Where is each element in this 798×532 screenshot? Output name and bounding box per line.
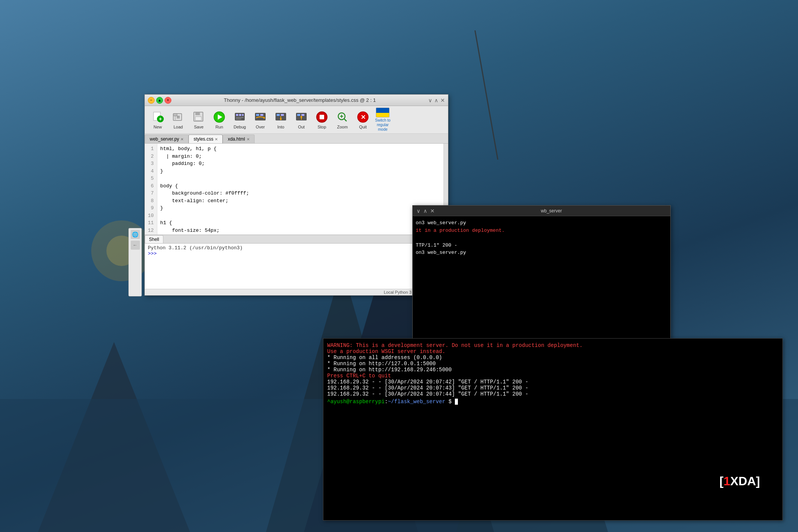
flask-sep: : <box>385 399 388 405</box>
tab-close-xda-html[interactable]: ✕ <box>247 137 250 141</box>
python-version: Python 3.11.2 (/usr/bin/python3) <box>148 245 445 251</box>
xda-logo-brand: 1 <box>724 474 730 488</box>
into-label: Into <box>277 125 284 129</box>
nav-back-icon[interactable]: ← <box>131 241 140 250</box>
flask-dollar: $ <box>445 399 455 405</box>
svg-text:+: + <box>159 116 162 122</box>
tab-styles-css[interactable]: styles.css ✕ <box>188 135 223 143</box>
zoom-label: Zoom <box>337 125 348 129</box>
svg-rect-40 <box>320 115 324 119</box>
maximize-btn[interactable]: ▲ <box>156 97 163 104</box>
quit-button[interactable]: ✕ Quit <box>353 109 373 131</box>
window-restore-icon[interactable]: ∧ <box>434 97 438 103</box>
debug-label: Debug <box>234 125 246 129</box>
svg-rect-36 <box>297 114 300 116</box>
load-icon <box>171 110 185 124</box>
terminal-minimize[interactable]: ∨ <box>416 208 421 214</box>
tab-xda-html[interactable]: xda.html ✕ <box>223 135 254 143</box>
svg-rect-24 <box>242 114 244 116</box>
term-line-4: on3 web_server.py <box>416 249 667 256</box>
xda-logo-suffix: XDA] <box>730 474 760 488</box>
shell-prompt-line: >>> <box>148 251 445 256</box>
switch-label[interactable]: Switch toregularmode <box>375 118 391 132</box>
debug-button[interactable]: Debug <box>230 109 250 131</box>
load-button[interactable]: Load <box>168 109 188 131</box>
svg-rect-26 <box>236 119 241 119</box>
svg-rect-17 <box>195 112 200 115</box>
window-title: Thonny - /home/ayush/flask_web_server/te… <box>171 97 428 103</box>
load-label: Load <box>174 125 183 129</box>
thonny-titlebar: − ▲ × Thonny - /home/ayush/flask_web_ser… <box>145 95 448 106</box>
save-button[interactable]: Save <box>189 109 209 131</box>
stop-button[interactable]: Stop <box>312 109 332 131</box>
minimize-btn[interactable]: − <box>148 97 155 104</box>
svg-text:✕: ✕ <box>361 114 366 120</box>
save-label: Save <box>194 125 203 129</box>
flask-warning-1: WARNING: This is a development server. D… <box>327 342 779 348</box>
tab-web-server-py[interactable]: web_server.py ✕ <box>145 135 188 143</box>
tab-close-styles-css[interactable]: ✕ <box>215 137 218 141</box>
flask-running-3: * Running on http://192.168.29.246:5000 <box>327 367 779 373</box>
window-close-icon[interactable]: ✕ <box>440 97 445 103</box>
out-button[interactable]: Out <box>291 109 311 131</box>
terminal-titlebar: ∨ ∧ ✕ wb_server <box>413 206 670 216</box>
svg-rect-29 <box>260 114 263 116</box>
xda-logo-area: [1XDA] <box>719 474 760 488</box>
zoom-button[interactable]: Zoom <box>332 109 352 131</box>
status-bar: Local Python 3 • /usr/bin/python3 <box>145 289 448 295</box>
flask-terminal[interactable]: WARNING: This is a development server. D… <box>323 338 783 521</box>
ukraine-flag <box>376 108 390 117</box>
shell-tabs: Shell <box>145 235 448 244</box>
close-btn[interactable]: × <box>165 97 171 104</box>
shell-area: Shell Python 3.11.2 (/usr/bin/python3) >… <box>145 234 448 295</box>
run-button[interactable]: Run <box>209 109 229 131</box>
terminal-close[interactable]: ✕ <box>429 208 435 214</box>
flask-warning-2: Use a production WSGI server instead. <box>327 348 779 355</box>
over-button[interactable]: Over <box>250 109 270 131</box>
shell-tab-item[interactable]: Shell <box>145 235 163 243</box>
flask-prompt-line: ^ayush@raspberrypi:~/flask_web_server $ <box>327 399 779 405</box>
svg-rect-22 <box>236 114 238 116</box>
line-numbers: 1234567891011121314151617 <box>145 144 157 234</box>
flask-req-3: 192.168.29.32 - - [30/Apr/2024 20:07:44]… <box>327 391 779 397</box>
editor-tabs: web_server.py ✕ styles.css ✕ xda.html ✕ <box>145 134 448 144</box>
flask-cursor <box>455 399 458 405</box>
term-line-1: on3 web_server.py <box>416 219 667 227</box>
svg-line-42 <box>344 119 347 121</box>
code-editor[interactable]: html, body, h1, p { | margin: 0; padding… <box>157 144 443 234</box>
svg-rect-33 <box>281 114 284 116</box>
over-label: Over <box>256 125 265 129</box>
flask-running-2: * Running on http://127.0.0.1:5000 <box>327 361 779 367</box>
flask-user: ayush@raspberrypi <box>330 399 385 405</box>
stop-label: Stop <box>318 125 326 129</box>
window-controls: − ▲ × <box>148 97 171 104</box>
window-minimize-icon[interactable]: ∨ <box>428 97 432 103</box>
quit-label: Quit <box>359 125 367 129</box>
nav-globe-icon[interactable]: 🌐 <box>131 230 140 239</box>
into-button[interactable]: Into <box>271 109 291 131</box>
terminal-maximize[interactable]: ∧ <box>423 208 428 214</box>
save-icon <box>192 110 206 124</box>
new-button[interactable]: + New <box>148 109 168 131</box>
shell-content[interactable]: Python 3.11.2 (/usr/bin/python3) >>> <box>145 244 448 289</box>
terminal-title: wb_server <box>435 208 667 214</box>
editor-area: 1234567891011121314151617 html, body, h1… <box>145 144 448 234</box>
new-label: New <box>154 125 162 129</box>
svg-rect-25 <box>236 117 244 118</box>
xda-logo-text: [ <box>719 474 724 488</box>
tab-close-web-server[interactable]: ✕ <box>180 137 184 141</box>
nav-panel: 🌐 ← <box>128 228 142 296</box>
quit-icon: ✕ <box>356 110 370 124</box>
debug-icon <box>233 110 247 124</box>
flask-req-1: 192.168.29.32 - - [30/Apr/2024 20:07:42]… <box>327 379 779 385</box>
svg-rect-28 <box>256 114 259 116</box>
flask-path: ~/flask_web_server <box>388 399 445 405</box>
toolbar: + New Load <box>145 106 448 134</box>
flask-running-1: * Running on all addresses (0.0.0.0) <box>327 355 779 361</box>
run-label: Run <box>215 125 223 129</box>
new-icon: + <box>151 110 165 124</box>
svg-rect-37 <box>301 114 304 116</box>
into-icon <box>274 110 288 124</box>
term-line-3: TTP/1.1" 200 - <box>416 242 667 249</box>
term-line-warning: it in a production deployment. <box>416 227 667 234</box>
